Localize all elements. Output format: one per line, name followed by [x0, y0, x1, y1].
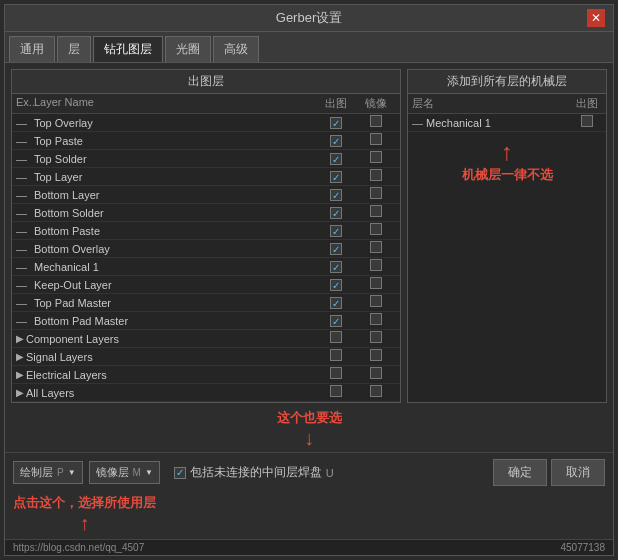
title-bar: Gerber设置 ✕ [5, 5, 613, 32]
mirror-top-solder[interactable] [370, 151, 382, 163]
list-item: — Mechanical 1 [12, 258, 400, 276]
tab-advanced[interactable]: 高级 [213, 36, 259, 62]
mirror-keepout[interactable] [370, 277, 382, 289]
mirror-bottom-overlay[interactable] [370, 241, 382, 253]
right-annotation-area: ↑ 机械层一律不选 [408, 132, 606, 190]
include-middle-pad-checkbox[interactable] [174, 467, 186, 479]
list-item: — Bottom Pad Master [12, 312, 400, 330]
col-out-header: 出图 [316, 96, 356, 111]
mirror-component-layers[interactable] [370, 331, 382, 343]
dialog-title: Gerber设置 [31, 9, 587, 27]
mirror-layer-dropdown[interactable]: 镜像层 M ▼ [89, 461, 160, 484]
list-item: — Top Layer [12, 168, 400, 186]
left-panel: 出图层 Ex... Layer Name 出图 镜像 — Top Overlay… [11, 69, 401, 403]
footer-buttons: 确定 取消 [493, 459, 605, 486]
mirror-top-overlay[interactable] [370, 115, 382, 127]
mirror-top-paste[interactable] [370, 133, 382, 145]
mirror-bottom-layer[interactable] [370, 187, 382, 199]
footer: 绘制层 P ▼ 镜像层 M ▼ 包括未连接的中间层焊盘 U 确定 取消 [5, 452, 613, 492]
also-select-annotation: 这个也要选 ↓ [5, 409, 613, 452]
cancel-button[interactable]: 取消 [551, 459, 605, 486]
left-table-header: Ex... Layer Name 出图 镜像 [12, 94, 400, 114]
url-text: https://blog.csdn.net/qq_4507 [13, 542, 144, 553]
right-panel: 添加到所有层的机械层 层名 出图 — Mechanical 1 ↑ 机械层一律不… [407, 69, 607, 403]
mirror-mechanical1[interactable] [370, 259, 382, 271]
include-label: 包括未连接的中间层焊盘 [190, 464, 322, 481]
list-item: — Top Solder [12, 150, 400, 168]
mirror-top-layer[interactable] [370, 169, 382, 181]
checkbox-keepout[interactable] [330, 279, 342, 291]
checkbox-electrical-layers[interactable] [330, 367, 342, 379]
checkbox-all-layers[interactable] [330, 385, 342, 397]
plot-layer-dropdown-group: 绘制层 P ▼ [13, 461, 83, 484]
mirror-layer-dropdown-group: 镜像层 M ▼ [89, 461, 160, 484]
list-item: — Bottom Paste [12, 222, 400, 240]
click-arrow-icon: ↑ [80, 512, 90, 535]
rcol-out-header: 出图 [572, 96, 602, 111]
col-ex-header: Ex... [16, 96, 34, 111]
checkbox-mechanical1[interactable] [330, 261, 342, 273]
gerber-dialog: Gerber设置 ✕ 通用 层 钻孔图层 光圈 高级 出图层 Ex... Lay… [4, 4, 614, 556]
list-item: — Top Overlay [12, 114, 400, 132]
expand-signal-layers[interactable]: ▶ [16, 351, 24, 362]
checkbox-component-layers[interactable] [330, 331, 342, 343]
mirror-bottom-pad-master[interactable] [370, 313, 382, 325]
list-item: — Bottom Layer [12, 186, 400, 204]
list-item: ▶ Signal Layers [12, 348, 400, 366]
checkbox-top-layer[interactable] [330, 171, 342, 183]
close-button[interactable]: ✕ [587, 9, 605, 27]
mirror-signal-layers[interactable] [370, 349, 382, 361]
url-bar: https://blog.csdn.net/qq_4507 45077138 [5, 539, 613, 555]
include-checkbox-area: 包括未连接的中间层焊盘 U [174, 464, 487, 481]
list-item: ▶ Electrical Layers [12, 366, 400, 384]
mirror-all-layers[interactable] [370, 385, 382, 397]
ok-button[interactable]: 确定 [493, 459, 547, 486]
checkbox-top-solder[interactable] [330, 153, 342, 165]
mirror-top-pad-master[interactable] [370, 295, 382, 307]
tab-bar: 通用 层 钻孔图层 光圈 高级 [5, 32, 613, 63]
checkbox-bottom-pad-master[interactable] [330, 315, 342, 327]
tab-general[interactable]: 通用 [9, 36, 55, 62]
click-hint-text: 点击这个，选择所使用层 [13, 494, 156, 512]
bottom-annotation: 点击这个，选择所使用层 ↑ [5, 492, 613, 539]
list-item: — Keep-Out Layer [12, 276, 400, 294]
expand-component-layers[interactable]: ▶ [16, 333, 24, 344]
main-content: 出图层 Ex... Layer Name 出图 镜像 — Top Overlay… [5, 63, 613, 409]
mirror-bottom-solder[interactable] [370, 205, 382, 217]
col-name-header: Layer Name [34, 96, 316, 111]
list-item: — Bottom Overlay [12, 240, 400, 258]
checkbox-top-paste[interactable] [330, 135, 342, 147]
plot-layer-dropdown[interactable]: 绘制层 P ▼ [13, 461, 83, 484]
mirror-electrical-layers[interactable] [370, 367, 382, 379]
checkbox-top-pad-master[interactable] [330, 297, 342, 309]
list-item: — Top Pad Master [12, 294, 400, 312]
annotation-no-mech: 机械层一律不选 [414, 166, 600, 184]
tab-drill[interactable]: 钻孔图层 [93, 36, 163, 62]
also-select-text: 这个也要选 [277, 409, 342, 427]
checkbox-signal-layers[interactable] [330, 349, 342, 361]
mirror-bottom-paste[interactable] [370, 223, 382, 235]
tab-aperture[interactable]: 光圈 [165, 36, 211, 62]
list-item: ▶ Component Layers [12, 330, 400, 348]
expand-all-layers[interactable]: ▶ [16, 387, 24, 398]
right-table-header: 层名 出图 [408, 94, 606, 114]
checkbox-top-overlay[interactable] [330, 117, 342, 129]
right-list-item: — Mechanical 1 [408, 114, 606, 132]
checkbox-bottom-solder[interactable] [330, 207, 342, 219]
list-item: — Top Paste [12, 132, 400, 150]
list-item: ▶ All Layers [12, 384, 400, 402]
arrow-up-icon: ↑ [414, 138, 600, 166]
tab-layers[interactable]: 层 [57, 36, 91, 62]
checkbox-bottom-layer[interactable] [330, 189, 342, 201]
checkbox-bottom-overlay[interactable] [330, 243, 342, 255]
list-item: — Bottom Solder [12, 204, 400, 222]
checkbox-bottom-paste[interactable] [330, 225, 342, 237]
rcol-name-header: 层名 [412, 96, 572, 111]
expand-electrical-layers[interactable]: ▶ [16, 369, 24, 380]
col-mirror-header: 镜像 [356, 96, 396, 111]
left-panel-header: 出图层 [12, 70, 400, 94]
right-panel-header: 添加到所有层的机械层 [408, 70, 606, 94]
arrow-down-icon: ↓ [277, 427, 342, 450]
url-number: 45077138 [561, 542, 606, 553]
checkbox-right-mech1[interactable] [581, 115, 593, 127]
